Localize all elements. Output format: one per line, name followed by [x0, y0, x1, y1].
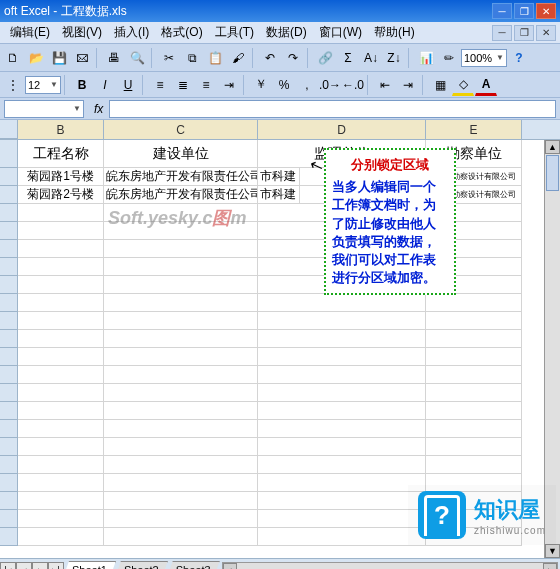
name-box[interactable]: ▼: [4, 100, 84, 118]
cell[interactable]: [104, 258, 258, 276]
underline-button[interactable]: U: [117, 74, 139, 96]
sheet-tab-3[interactable]: Sheet3: [167, 561, 220, 569]
undo-icon[interactable]: ↶: [259, 47, 281, 69]
help-icon[interactable]: ?: [508, 47, 530, 69]
cell[interactable]: [258, 330, 426, 348]
cell[interactable]: [18, 366, 104, 384]
cell[interactable]: [426, 330, 522, 348]
cell-c[interactable]: 皖东房地产开发有限责任公司: [104, 168, 258, 186]
increase-decimal-icon[interactable]: .0→: [319, 74, 341, 96]
decrease-decimal-icon[interactable]: ←.0: [342, 74, 364, 96]
cell[interactable]: [18, 348, 104, 366]
menu-format[interactable]: 格式(O): [155, 24, 208, 41]
cell[interactable]: [18, 492, 104, 510]
cell[interactable]: [258, 474, 426, 492]
formula-bar[interactable]: [109, 100, 556, 118]
hyperlink-icon[interactable]: 🔗: [314, 47, 336, 69]
row-header[interactable]: [0, 204, 18, 222]
cell[interactable]: [426, 456, 522, 474]
cell[interactable]: [104, 330, 258, 348]
cell[interactable]: [104, 366, 258, 384]
font-color-icon[interactable]: A: [475, 74, 497, 96]
row-header[interactable]: [0, 492, 18, 510]
borders-icon[interactable]: ▦: [429, 74, 451, 96]
cell[interactable]: [258, 366, 426, 384]
row-header[interactable]: [0, 420, 18, 438]
col-header-d[interactable]: D: [258, 120, 426, 139]
cell[interactable]: [104, 402, 258, 420]
cell[interactable]: [258, 438, 426, 456]
menu-insert[interactable]: 插入(I): [108, 24, 155, 41]
sheet-tab-1[interactable]: Sheet1: [63, 561, 116, 569]
row-header[interactable]: [0, 474, 18, 492]
cell[interactable]: [426, 402, 522, 420]
tab-first-icon[interactable]: |◂: [0, 562, 16, 570]
menu-view[interactable]: 视图(V): [56, 24, 108, 41]
cell[interactable]: [104, 492, 258, 510]
autosum-icon[interactable]: Σ: [337, 47, 359, 69]
cell[interactable]: [18, 528, 104, 546]
drawing-icon[interactable]: ✏: [438, 47, 460, 69]
cell[interactable]: [18, 438, 104, 456]
bold-button[interactable]: B: [71, 74, 93, 96]
cell[interactable]: [18, 240, 104, 258]
cell[interactable]: [18, 276, 104, 294]
row-header[interactable]: [0, 348, 18, 366]
tab-prev-icon[interactable]: ◂: [16, 562, 32, 570]
copy-icon[interactable]: ⧉: [181, 47, 203, 69]
cell[interactable]: [104, 438, 258, 456]
cell[interactable]: [426, 294, 522, 312]
print-icon[interactable]: 🖶: [103, 47, 125, 69]
tab-next-icon[interactable]: ▸: [32, 562, 48, 570]
cell[interactable]: [18, 510, 104, 528]
fontsize-combobox[interactable]: 12▼: [25, 76, 61, 94]
cell[interactable]: [18, 312, 104, 330]
row-header[interactable]: [0, 456, 18, 474]
cell[interactable]: [104, 384, 258, 402]
menu-tools[interactable]: 工具(T): [209, 24, 260, 41]
select-all-corner[interactable]: [0, 120, 18, 139]
cell[interactable]: [426, 384, 522, 402]
cell[interactable]: [258, 528, 426, 546]
doc-minimize-button[interactable]: ─: [492, 25, 512, 41]
preview-icon[interactable]: 🔍: [126, 47, 148, 69]
row-header[interactable]: [0, 168, 18, 186]
cell-c[interactable]: 皖东房地产开发有限责任公司: [104, 186, 258, 204]
font-dropdown-icon[interactable]: ⋮: [2, 74, 24, 96]
row-header[interactable]: [0, 140, 18, 168]
merge-center-icon[interactable]: ⇥: [218, 74, 240, 96]
comma-icon[interactable]: ,: [296, 74, 318, 96]
cell[interactable]: [104, 474, 258, 492]
row-header[interactable]: [0, 330, 18, 348]
cell[interactable]: [426, 312, 522, 330]
redo-icon[interactable]: ↷: [282, 47, 304, 69]
minimize-button[interactable]: ─: [492, 3, 512, 19]
row-header[interactable]: [0, 222, 18, 240]
cell[interactable]: [18, 420, 104, 438]
scroll-left-icon[interactable]: ◂: [223, 563, 237, 570]
align-left-icon[interactable]: ≡: [149, 74, 171, 96]
close-button[interactable]: ✕: [536, 3, 556, 19]
cell-header-b[interactable]: 工程名称: [18, 140, 104, 168]
row-header[interactable]: [0, 402, 18, 420]
row-header[interactable]: [0, 240, 18, 258]
row-header[interactable]: [0, 528, 18, 546]
maximize-button[interactable]: ❐: [514, 3, 534, 19]
cell[interactable]: [258, 402, 426, 420]
permission-icon[interactable]: 🖂: [71, 47, 93, 69]
cell-b[interactable]: 菊园路1号楼: [18, 168, 104, 186]
menu-edit[interactable]: 编辑(E): [4, 24, 56, 41]
zoom-combobox[interactable]: 100%▼: [461, 49, 507, 67]
cell-header-c[interactable]: 建设单位: [104, 140, 258, 168]
open-icon[interactable]: 📂: [25, 47, 47, 69]
cell[interactable]: [104, 528, 258, 546]
col-header-e[interactable]: E: [426, 120, 522, 139]
cell[interactable]: [18, 474, 104, 492]
cell[interactable]: [258, 510, 426, 528]
row-header[interactable]: [0, 384, 18, 402]
cell[interactable]: [258, 456, 426, 474]
row-header[interactable]: [0, 510, 18, 528]
format-painter-icon[interactable]: 🖌: [227, 47, 249, 69]
italic-button[interactable]: I: [94, 74, 116, 96]
cell-d-partial[interactable]: 市科建: [258, 186, 300, 204]
